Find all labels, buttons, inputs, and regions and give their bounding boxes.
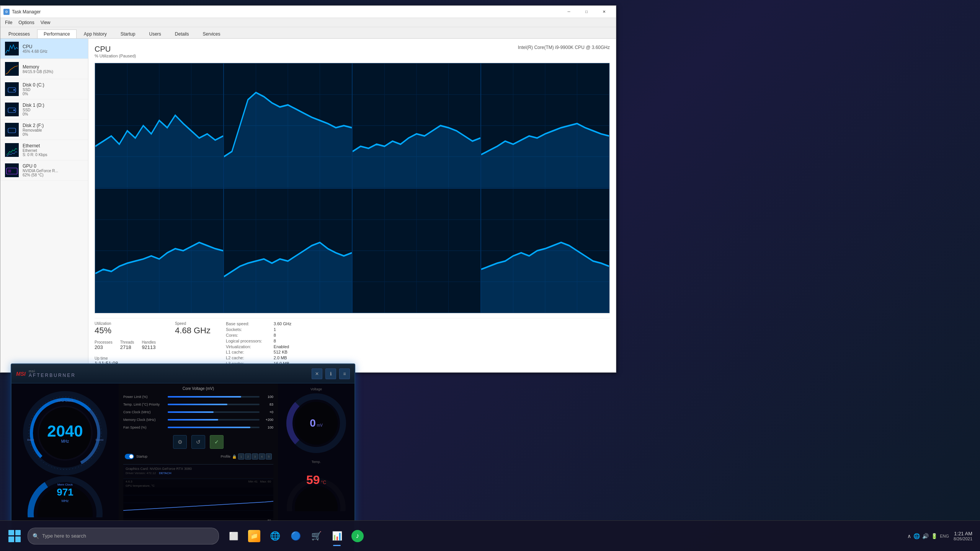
memory-clock-track[interactable]	[168, 419, 260, 421]
msi-profile-1[interactable]: 1	[238, 453, 244, 460]
msi-reset-btn[interactable]: ↺	[191, 435, 205, 449]
taskbar: 🔍 Type here to search ⬜ 📁 🌐 🔵 🛒 📊	[0, 520, 980, 551]
taskbar-spotify[interactable]: ♪	[348, 525, 368, 548]
tab-processes[interactable]: Processes	[2, 29, 36, 38]
taskbar-search-box[interactable]: 🔍 Type here to search	[28, 528, 219, 544]
msi-profile-4[interactable]: 4	[259, 453, 265, 460]
tray-time: 1:21 AM	[954, 531, 972, 536]
msi-startup-label: Startup	[136, 455, 147, 458]
tray-battery-icon[interactable]: 🔋	[931, 533, 938, 539]
tray-lang-label: ENG	[940, 534, 949, 538]
sidebar-item-ethernet[interactable]: Ethernet Ethernet S: 0 R: 0 Kbps	[0, 140, 88, 160]
tab-app-history[interactable]: App history	[77, 29, 113, 38]
sidebar-item-disk2[interactable]: Disk 2 (F:) Removable 0%	[0, 120, 88, 140]
sidebar-memory-name: Memory	[23, 64, 83, 70]
chrome-icon: 🔵	[289, 530, 302, 542]
handles-stat: Handles 92113	[142, 340, 156, 350]
msi-logo-red: MSI	[16, 371, 26, 377]
taskbar-edge[interactable]: 🌐	[265, 525, 285, 548]
svg-point-4	[13, 89, 15, 91]
utilization-stat-label: Utilization	[95, 321, 156, 326]
temp-limit-row: Temp. Limit (°C) Priority 83	[123, 403, 273, 406]
msi-close-btn[interactable]: ≡	[339, 368, 350, 379]
msi-settings-btn[interactable]: ✕	[312, 368, 322, 379]
fan-speed-track[interactable]	[168, 427, 260, 428]
sidebar-item-cpu[interactable]: CPU 45% 4.68 GHz	[0, 39, 88, 59]
menu-file[interactable]: File	[2, 19, 15, 26]
virtualization-value: Enabled	[274, 344, 291, 349]
menu-bar: File Options View	[0, 18, 616, 27]
msi-info-btn[interactable]: ℹ	[325, 368, 336, 379]
taskbar-task-manager[interactable]: 📊	[327, 525, 347, 548]
voltage-value: 0	[310, 417, 316, 429]
cpu-core-3-graph	[352, 63, 481, 188]
close-button[interactable]: ✕	[595, 6, 613, 18]
sidebar-item-disk1[interactable]: Disk 1 (D:) SSD 0%	[0, 99, 88, 120]
taskbar-file-explorer[interactable]: 📁	[244, 525, 264, 548]
stats-right: Base speed: 3.60 GHz Sockets: 1 Cores: 8…	[226, 321, 291, 366]
tab-performance[interactable]: Performance	[37, 29, 77, 38]
sidebar: CPU 45% 4.68 GHz Memory 84/15.9 GB (5	[0, 39, 88, 372]
gpu-mini-icon	[5, 163, 19, 177]
taskbar-icons-group: ⬜ 📁 🌐 🔵 🛒 📊 ♪	[220, 525, 901, 548]
msi-profile-label: Profile	[220, 455, 230, 458]
msi-profile-3[interactable]: 3	[252, 453, 258, 460]
tray-volume-icon[interactable]: 🔊	[922, 533, 929, 539]
msi-logo-text: msi AFTERBURNER	[29, 370, 76, 378]
spotify-icon: ♪	[351, 530, 364, 542]
ethernet-mini-icon	[5, 143, 19, 157]
tray-time-group[interactable]: 1:21 AM 8/26/2021	[954, 531, 972, 541]
msi-logo-group: MSI msi AFTERBURNER	[16, 370, 76, 378]
fan-speed-val: 100	[262, 425, 273, 429]
taskbar-task-view[interactable]: ⬜	[224, 525, 243, 548]
threads-stat: Threads 2718	[120, 340, 134, 350]
tray-chevron-icon[interactable]: ∧	[907, 533, 911, 539]
sidebar-item-gpu[interactable]: GPU 0 NVIDIA GeForce R... 62% (58 °C)	[0, 160, 88, 181]
power-limit-label: Power Limit (%)	[123, 395, 165, 399]
core-clock-track[interactable]	[168, 411, 260, 413]
sidebar-disk0-detail2: 0%	[23, 92, 83, 96]
tab-services[interactable]: Services	[196, 29, 227, 38]
msi-update-link[interactable]: DETACH	[159, 471, 171, 475]
handles-value: 92113	[142, 344, 156, 350]
taskbar-chrome[interactable]: 🔵	[286, 525, 305, 548]
logical-procs-value: 8	[274, 339, 291, 344]
tab-startup[interactable]: Startup	[114, 29, 142, 38]
temp-limit-fill	[168, 404, 227, 405]
cpu-core-2-graph	[224, 63, 352, 188]
edge-icon: 🌐	[269, 530, 281, 542]
tray-network-icon[interactable]: 🌐	[913, 533, 920, 539]
maximize-button[interactable]: □	[578, 6, 595, 18]
svg-rect-10	[5, 143, 19, 157]
power-limit-track[interactable]	[168, 396, 260, 398]
tab-bar: Processes Performance App history Startu…	[0, 27, 616, 39]
msi-fan-icon-btn[interactable]: ⚙	[173, 435, 187, 449]
sidebar-item-memory[interactable]: Memory 84/15.9 GB (53%)	[0, 59, 88, 79]
temp-limit-track[interactable]	[168, 404, 260, 405]
menu-view[interactable]: View	[38, 19, 54, 26]
stats-section: Utilization 45% Processes 203 Threads	[95, 318, 610, 366]
tab-users[interactable]: Users	[142, 29, 167, 38]
sidebar-item-disk0[interactable]: Disk 0 (C:) SSD 0%	[0, 79, 88, 99]
msi-startup-toggle[interactable]	[125, 454, 134, 459]
sidebar-gpu-detail1: NVIDIA GeForce R...	[23, 169, 83, 173]
svg-text:Boost: Boost	[96, 438, 104, 442]
msi-apply-btn[interactable]: ✓	[210, 435, 224, 449]
msi-header: MSI msi AFTERBURNER ✕ ℹ ≡	[11, 364, 354, 383]
taskbar-store[interactable]: 🛒	[306, 525, 326, 548]
tab-details[interactable]: Details	[168, 29, 196, 38]
perf-title-group: CPU % Utilization (Paused)	[95, 45, 136, 60]
title-bar: ⚙ Task Manager ─ □ ✕	[0, 6, 616, 18]
processes-value: 203	[95, 344, 113, 350]
processes-label: Processes	[95, 340, 113, 344]
msi-profile-2[interactable]: 2	[245, 453, 251, 460]
temp-gauge-svg	[286, 465, 347, 511]
menu-options[interactable]: Options	[15, 19, 37, 26]
minimize-button[interactable]: ─	[560, 6, 578, 18]
start-button[interactable]	[3, 525, 26, 548]
memory-clock-fill	[168, 419, 218, 421]
msi-profile-5[interactable]: 5	[266, 453, 272, 460]
title-bar-left: ⚙ Task Manager	[3, 9, 41, 15]
disk0-mini-icon	[5, 82, 19, 96]
sidebar-disk0-text: Disk 0 (C:) SSD 0%	[23, 82, 83, 96]
